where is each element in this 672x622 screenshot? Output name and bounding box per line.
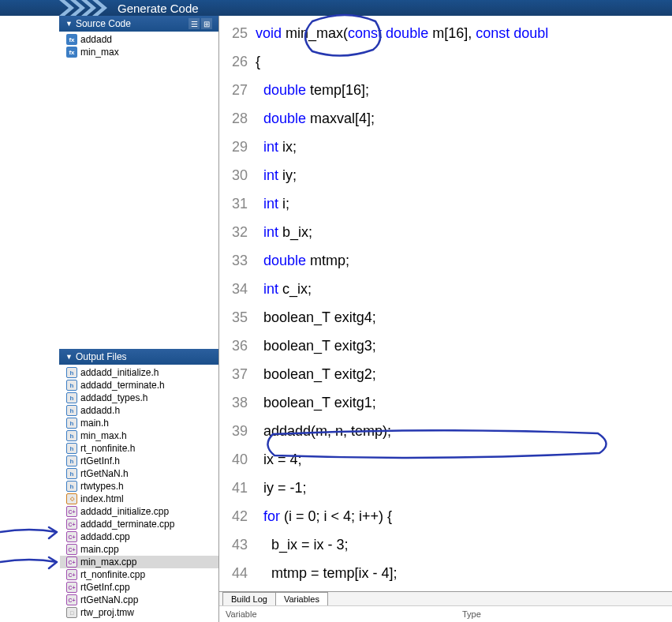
tree-item-label: addadd_initialize.h [80, 367, 159, 378]
line-number: 39 [219, 417, 256, 445]
tree-item-label: min_max.cpp [80, 556, 136, 568]
tree-item-label: index.html [80, 493, 124, 504]
sidebar: ▼Source Code ☰ ⊞ fxaddaddfxmin_max ▼Outp… [0, 16, 219, 622]
output-file-item[interactable]: C+addadd_terminate.cpp [66, 518, 218, 530]
output-file-item[interactable]: ◇index.html [66, 493, 218, 505]
code-text: int c_ix; [256, 275, 312, 303]
output-file-item[interactable]: C+rtGetInf.cpp [66, 581, 218, 594]
source-item[interactable]: fxmin_max [66, 46, 218, 58]
tree-item-label: rt_nonfinite.h [80, 443, 135, 454]
cpp-file-icon: C+ [66, 506, 77, 517]
code-text: double temp[16]; [256, 76, 369, 104]
line-number: 35 [219, 303, 256, 332]
line-number: 36 [219, 332, 256, 360]
code-line[interactable]: 34 int c_ix; [219, 275, 672, 303]
tree-item-label: rt_nonfinite.cpp [80, 569, 145, 580]
code-line[interactable]: 40 ix = 4; [219, 445, 672, 474]
h-file-icon: h [66, 481, 77, 492]
output-file-item[interactable]: hrtGetInf.h [66, 455, 218, 467]
source-code-panel-header[interactable]: ▼Source Code ☰ ⊞ [59, 16, 218, 32]
output-file-item[interactable]: hrt_nonfinite.h [66, 442, 218, 455]
tree-view-icon[interactable]: ⊞ [201, 18, 212, 29]
code-line[interactable]: 35 boolean_T exitg4; [219, 303, 672, 332]
tree-item-label: rtw_proj.tmw [80, 607, 134, 618]
output-file-item[interactable]: hmain.h [66, 417, 218, 429]
cpp-file-icon: C+ [66, 569, 77, 580]
code-line[interactable]: 27 double temp[16]; [219, 76, 672, 104]
tree-item-label: addadd_types.h [80, 392, 147, 403]
output-file-item[interactable]: haddadd_types.h [66, 392, 218, 404]
code-line[interactable]: 37 boolean_T exitg2; [219, 360, 672, 388]
line-number: 28 [219, 104, 256, 133]
tree-item-label: min_max.h [80, 430, 127, 441]
h-file-icon: h [66, 455, 77, 466]
output-file-item[interactable]: haddadd.h [66, 404, 218, 417]
output-file-item[interactable]: C+addadd.cpp [66, 530, 218, 543]
output-file-item[interactable]: C+rt_nonfinite.cpp [66, 568, 218, 581]
cpp-file-icon: C+ [66, 556, 77, 568]
cpp-file-icon: C+ [66, 531, 77, 542]
tree-item-label: rtGetNaN.h [80, 468, 129, 479]
source-item[interactable]: fxaddadd [66, 33, 218, 46]
line-number: 42 [219, 502, 256, 530]
h-file-icon: h [66, 443, 77, 454]
output-file-item[interactable]: hmin_max.h [66, 429, 218, 442]
code-editor[interactable]: 25void min_max(const double m[16], const… [219, 16, 672, 591]
h-file-icon: h [66, 430, 77, 441]
bottom-tab[interactable]: Variables [275, 592, 328, 605]
code-line[interactable]: 36 boolean_T exitg3; [219, 332, 672, 360]
code-line[interactable]: 39 addadd(m, n, temp); [219, 417, 672, 445]
line-number: 27 [219, 76, 256, 104]
output-file-item[interactable]: hrtGetNaN.h [66, 467, 218, 480]
code-line[interactable]: 38 boolean_T exitg1; [219, 388, 672, 417]
code-text: boolean_T exitg3; [256, 332, 376, 360]
bottom-tab[interactable]: Build Log [222, 592, 276, 605]
code-text: double maxval[4]; [256, 104, 375, 133]
code-line[interactable]: 33 double mtmp; [219, 246, 672, 275]
output-file-item[interactable]: C+min_max.cpp [60, 556, 218, 568]
output-file-item[interactable]: C+addadd_initialize.cpp [66, 505, 218, 518]
output-file-item[interactable]: □rtw_proj.tmw [66, 606, 218, 619]
tree-item-label: main.h [80, 418, 109, 429]
tree-item-label: addadd.cpp [80, 531, 130, 542]
f-file-icon: fx [66, 34, 77, 45]
code-text: b_ix = ix - 3; [256, 530, 349, 559]
code-text: int iy; [256, 161, 297, 189]
output-file-item[interactable]: haddadd_terminate.h [66, 379, 218, 392]
code-text: ix = 4; [256, 445, 302, 474]
output-file-item[interactable]: C+rtGetNaN.cpp [66, 594, 218, 606]
html-file-icon: ◇ [66, 493, 77, 504]
code-line[interactable]: 32 int b_ix; [219, 218, 672, 246]
output-file-item[interactable]: hrtwtypes.h [66, 480, 218, 493]
bottom-tabs: Build LogVariables [219, 592, 672, 605]
code-line[interactable]: 42 for (i = 0; i < 4; i++) { [219, 502, 672, 530]
code-line[interactable]: 31 int i; [219, 189, 672, 218]
line-number: 37 [219, 360, 256, 388]
code-line[interactable]: 26{ [219, 47, 672, 76]
code-line[interactable]: 41 iy = -1; [219, 474, 672, 502]
line-number: 29 [219, 133, 256, 161]
code-line[interactable]: 29 int ix; [219, 133, 672, 161]
code-line[interactable]: 43 b_ix = ix - 3; [219, 530, 672, 559]
line-number: 38 [219, 388, 256, 417]
list-view-icon[interactable]: ☰ [189, 18, 200, 29]
code-text: for (i = 0; i < 4; i++) { [256, 502, 392, 530]
code-text: addadd(m, n, temp); [256, 417, 391, 445]
code-text: int ix; [256, 133, 297, 161]
code-text: boolean_T exitg2; [256, 360, 376, 388]
code-text: int i; [256, 189, 289, 218]
bottom-panel: Build LogVariables Variable Type [219, 591, 672, 622]
tree-item-label: addadd_initialize.cpp [80, 506, 169, 517]
code-line[interactable]: 30 int iy; [219, 161, 672, 189]
code-line[interactable]: 28 double maxval[4]; [219, 104, 672, 133]
code-text: mtmp = temp[ix - 4]; [256, 559, 398, 587]
output-file-item[interactable]: haddadd_initialize.h [66, 366, 218, 379]
code-line[interactable]: 44 mtmp = temp[ix - 4]; [219, 559, 672, 587]
output-files-panel-header[interactable]: ▼Output Files [59, 349, 218, 365]
tmw-file-icon: □ [66, 607, 77, 618]
output-file-item[interactable]: C+main.cpp [66, 543, 218, 556]
h-file-icon: h [66, 468, 77, 479]
tree-item-label: rtGetInf.cpp [80, 582, 130, 593]
line-number: 30 [219, 161, 256, 189]
code-line[interactable]: 25void min_max(const double m[16], const… [219, 19, 672, 47]
